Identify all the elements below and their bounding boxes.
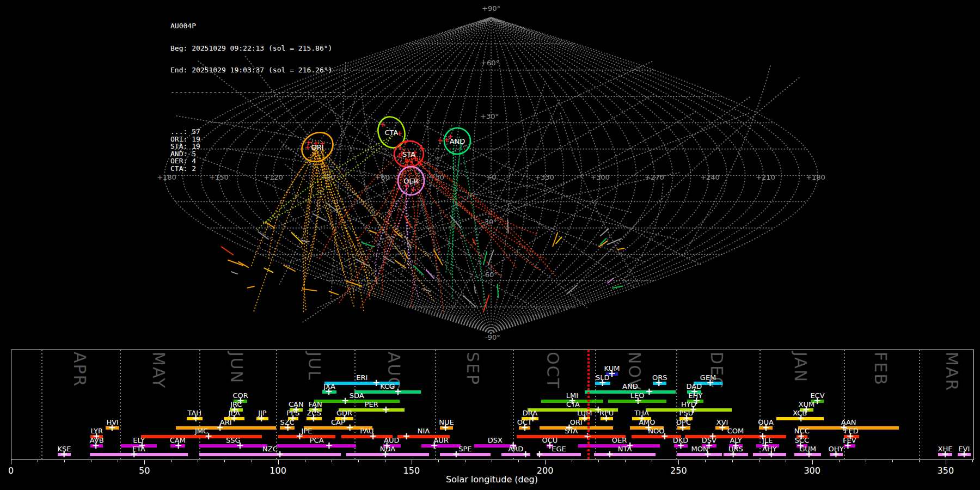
shower-peak-NDA: + <box>382 449 389 459</box>
legend-count-STA: STA: 19 <box>170 143 345 150</box>
month-label-JUN: JUN <box>228 352 244 384</box>
meteor-streak <box>313 214 326 220</box>
begin-time: Beg: 20251029 09:22:13 (sol = 215.86°) <box>170 45 345 52</box>
axis-minor-tick <box>759 460 759 462</box>
axis-minor-tick <box>118 460 118 462</box>
month-label-APR: APR <box>71 352 88 387</box>
shower-bar-ETA <box>90 453 188 456</box>
shower-bar-JPE <box>278 435 335 438</box>
shower-label-SPE: SPE <box>458 445 471 452</box>
shower-peak-SSG: + <box>236 440 244 450</box>
axis-tick-label-250: 250 <box>670 465 687 476</box>
axis-tick-label-50: 50 <box>139 465 150 476</box>
shower-peak-OER: + <box>626 440 634 450</box>
meteor-streak <box>395 261 406 268</box>
shower-peak-ORI: + <box>565 422 573 432</box>
meteor-streak <box>617 248 624 249</box>
shower-peak-KCG: + <box>394 387 402 396</box>
shower-bar-ARI <box>176 426 276 430</box>
legend-count-OER: OER: 4 <box>170 157 345 165</box>
shower-peak-TAH: + <box>192 413 199 423</box>
radiant-sky-map: +90°-90°+60°+30°-30°-60°+180+150+120+90+… <box>0 0 980 348</box>
axis-minor-tick <box>518 460 519 462</box>
shower-peak-HYD: + <box>689 405 697 414</box>
axis-major-tick <box>545 460 546 464</box>
shower-peak-ERI: + <box>372 378 380 388</box>
trail-STA <box>411 160 418 246</box>
map-coordinate-label: -90° <box>485 333 500 341</box>
shower-peak-DPC: + <box>679 422 687 432</box>
radiant-label-OER: OER <box>403 177 418 185</box>
shower-peak-CTA: + <box>595 405 602 414</box>
shower-peak-CAM: + <box>174 440 182 450</box>
axis-major-tick <box>946 460 946 464</box>
shower-peak-JIP: + <box>258 413 265 423</box>
trail-sporadic <box>573 78 799 289</box>
shower-peak-SDA: + <box>341 396 349 406</box>
month-label-JAN: JAN <box>792 352 808 383</box>
shower-label-SDA: SDA <box>350 392 364 399</box>
axis-minor-tick <box>732 460 733 462</box>
activity-timeline-chart: APRMAYJUNJULAUGSEPOCTNOVDECJANFEBMARKUM+… <box>11 350 974 460</box>
legend-count-ORI: ORI: 19 <box>170 136 345 143</box>
axis-major-tick <box>412 460 412 464</box>
legend-count-AND: AND: 5 <box>170 150 345 158</box>
axis-tick-label-300: 300 <box>804 465 820 476</box>
legend-gap <box>170 111 345 113</box>
shower-label-COM: COM <box>727 427 744 434</box>
shower-peak-DKD: + <box>677 440 684 450</box>
meteor-observation-screen: { "header": { "title": "AU004P", "beg": … <box>0 0 980 490</box>
shower-peak-ZCS: + <box>310 413 317 423</box>
axis-minor-tick <box>305 460 305 462</box>
shower-peak-DSX: + <box>510 440 517 450</box>
meteor-streak <box>426 270 434 278</box>
shower-bar-AUR <box>421 444 461 448</box>
shower-peak-JPE: + <box>296 431 303 441</box>
meteor-streak <box>601 229 609 236</box>
shower-label-ERI: ERI <box>356 374 367 381</box>
shower-bar-NZC <box>199 453 341 456</box>
axis-tick-label-100: 100 <box>270 465 286 476</box>
shower-peak-URS: + <box>729 449 737 459</box>
axis-major-tick <box>144 460 145 464</box>
axis-minor-tick <box>839 460 840 462</box>
month-boundary-AUG <box>354 350 356 460</box>
shower-bar-SDA <box>314 400 400 403</box>
month-label-SEP: SEP <box>464 352 481 385</box>
shower-count-list: ...: 57ORI: 19STA: 19AND: 5OER: 4CTA: 2 <box>170 128 345 172</box>
shower-peak-PAU: + <box>369 431 377 441</box>
shower-peak-JMC: + <box>205 431 212 441</box>
shower-peak-ETA: + <box>130 449 138 459</box>
shower-label-PCA: PCA <box>310 437 324 444</box>
trail-sporadic <box>313 113 749 279</box>
month-label-OCT: OCT <box>544 352 561 389</box>
shower-label-NIA: NIA <box>418 427 430 434</box>
shower-peak-AUR: + <box>430 440 438 450</box>
observation-summary: AU004P Beg: 20251029 09:22:13 (sol = 215… <box>170 8 345 180</box>
shower-peak-NZC: + <box>276 449 284 459</box>
axis-minor-tick <box>492 460 492 462</box>
month-boundary-JUL <box>276 350 277 460</box>
axis-minor-tick <box>91 460 91 462</box>
map-coordinate-label: +90° <box>482 4 500 13</box>
shower-peak-SPE: + <box>452 449 460 459</box>
shower-peak-AND: + <box>645 387 653 396</box>
shower-peak-LMI: + <box>568 396 576 406</box>
radiant-label-CTA: CTA <box>385 128 399 137</box>
map-coordinate-label: +60° <box>481 59 499 67</box>
shower-peak-XHE: + <box>941 449 949 459</box>
axis-tick-label-200: 200 <box>537 465 554 476</box>
trail-AND <box>460 137 485 310</box>
shower-peak-EGE: + <box>536 449 543 459</box>
axis-tick-label-0: 0 <box>8 465 14 476</box>
map-coordinate-label: +30° <box>480 112 499 120</box>
axis-minor-tick <box>438 460 439 462</box>
month-label-MAY: MAY <box>150 352 167 389</box>
shower-peak-ECV: + <box>813 396 821 406</box>
trail-AND <box>453 149 479 281</box>
map-longitude-label: +240 <box>700 173 720 181</box>
axis-minor-tick <box>385 460 385 462</box>
shower-peak-XVI: + <box>719 422 726 432</box>
meteor-streak <box>488 250 493 265</box>
shower-peak-NOO: + <box>661 431 669 441</box>
